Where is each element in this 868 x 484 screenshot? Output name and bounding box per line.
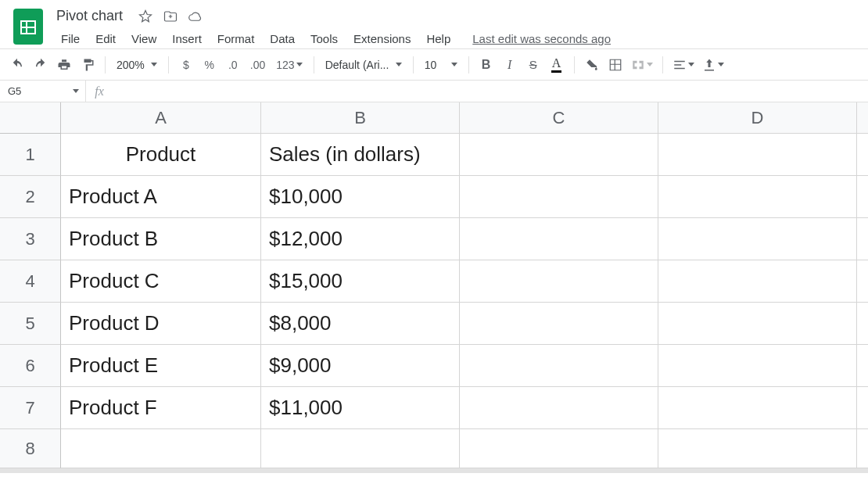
cell-A3[interactable]: Product B <box>61 218 261 260</box>
col-header-B[interactable]: B <box>261 102 460 134</box>
merge-cells-button[interactable] <box>628 54 656 76</box>
cell-D5[interactable] <box>658 303 857 345</box>
cell-C6[interactable] <box>460 345 658 387</box>
cell-E7[interactable] <box>857 387 868 429</box>
cell-A5[interactable]: Product D <box>61 303 261 345</box>
chevron-down-icon <box>718 63 724 66</box>
cell-D6[interactable] <box>658 345 857 387</box>
redo-button[interactable] <box>30 54 52 76</box>
text-color-button[interactable]: A <box>546 54 568 76</box>
select-all-corner[interactable] <box>0 102 61 134</box>
chevron-down-icon <box>296 63 303 66</box>
last-edit-link[interactable]: Last edit was seconds ago <box>472 32 611 45</box>
chevron-down-icon <box>647 63 653 66</box>
cell-B7[interactable]: $11,000 <box>261 387 460 429</box>
chevron-down-icon <box>73 89 79 93</box>
format-percent-button[interactable]: % <box>199 54 221 76</box>
formula-input[interactable] <box>113 84 868 98</box>
cell-E8[interactable] <box>857 429 868 468</box>
row-header-1[interactable]: 1 <box>0 134 61 176</box>
font-family-select[interactable]: Default (Ari... <box>321 55 407 75</box>
row-header-8[interactable]: 8 <box>0 429 61 468</box>
cell-B4[interactable]: $15,000 <box>261 260 460 303</box>
col-header-A[interactable]: A <box>61 102 261 134</box>
more-formats-button[interactable]: 123 <box>271 54 307 76</box>
cell-E3[interactable] <box>857 218 868 260</box>
cell-B2[interactable]: $10,000 <box>261 176 460 218</box>
menu-format[interactable]: Format <box>210 29 263 48</box>
col-header-C[interactable]: C <box>460 102 658 134</box>
cell-B8[interactable] <box>261 429 460 468</box>
row-header-5[interactable]: 5 <box>0 303 61 345</box>
font-size-value: 10 <box>425 59 437 71</box>
borders-button[interactable] <box>604 54 626 76</box>
undo-button[interactable] <box>6 54 28 76</box>
horizontal-align-button[interactable] <box>669 54 698 76</box>
cell-B5[interactable]: $8,000 <box>261 303 460 345</box>
sheet-bottom-edge <box>0 468 868 473</box>
menu-extensions[interactable]: Extensions <box>346 29 418 48</box>
format-currency-button[interactable]: $ <box>175 54 197 76</box>
cell-D3[interactable] <box>658 218 857 260</box>
cloud-status-icon[interactable] <box>188 9 203 23</box>
cell-D7[interactable] <box>658 387 857 429</box>
cell-B3[interactable]: $12,000 <box>261 218 460 260</box>
print-button[interactable] <box>53 54 75 76</box>
col-header-overflow <box>857 102 868 134</box>
menu-view[interactable]: View <box>124 29 164 48</box>
menu-edit[interactable]: Edit <box>88 29 124 48</box>
cell-D8[interactable] <box>658 429 857 468</box>
menu-tools[interactable]: Tools <box>303 29 346 48</box>
paint-format-button[interactable] <box>77 54 99 76</box>
italic-button[interactable]: I <box>499 54 521 76</box>
menu-file[interactable]: File <box>53 29 88 48</box>
document-title[interactable]: Pivot chart <box>53 6 126 26</box>
name-box[interactable]: G5 <box>0 81 86 102</box>
cell-E5[interactable] <box>857 303 868 345</box>
cell-A8[interactable] <box>61 429 261 468</box>
bold-button[interactable]: B <box>475 54 497 76</box>
cell-D1[interactable] <box>658 134 857 176</box>
cell-A2[interactable]: Product A <box>61 176 261 218</box>
menu-insert[interactable]: Insert <box>164 29 210 48</box>
menu-data[interactable]: Data <box>262 29 303 48</box>
row-header-2[interactable]: 2 <box>0 176 61 218</box>
move-icon[interactable] <box>163 9 178 23</box>
active-cell-ref: G5 <box>8 85 21 97</box>
decrease-decimal-button[interactable]: .0 <box>222 54 244 76</box>
zoom-select[interactable]: 200% <box>112 59 162 71</box>
cell-C4[interactable] <box>460 260 658 303</box>
cell-E6[interactable] <box>857 345 868 387</box>
star-icon[interactable] <box>138 9 152 23</box>
strikethrough-button[interactable]: S <box>522 54 544 76</box>
cell-D4[interactable] <box>658 260 857 303</box>
chevron-down-icon <box>151 63 157 66</box>
cell-A6[interactable]: Product E <box>61 345 261 387</box>
cell-C1[interactable] <box>460 134 658 176</box>
vertical-align-button[interactable] <box>699 54 727 76</box>
cell-A1[interactable]: Product <box>61 134 261 176</box>
sheets-logo[interactable] <box>8 6 48 47</box>
cell-C7[interactable] <box>460 387 658 429</box>
cell-E1[interactable] <box>857 134 868 176</box>
cell-C2[interactable] <box>460 176 658 218</box>
fill-color-button[interactable] <box>581 54 603 76</box>
cell-A7[interactable]: Product F <box>61 387 261 429</box>
row-header-7[interactable]: 7 <box>0 387 61 429</box>
col-header-D[interactable]: D <box>658 102 857 134</box>
cell-D2[interactable] <box>658 176 857 218</box>
row-header-4[interactable]: 4 <box>0 260 61 303</box>
cell-C5[interactable] <box>460 303 658 345</box>
cell-B6[interactable]: $9,000 <box>261 345 460 387</box>
cell-E2[interactable] <box>857 176 868 218</box>
font-size-select[interactable]: 10 <box>420 55 462 75</box>
row-header-6[interactable]: 6 <box>0 345 61 387</box>
row-header-3[interactable]: 3 <box>0 218 61 260</box>
cell-C3[interactable] <box>460 218 658 260</box>
cell-E4[interactable] <box>857 260 868 303</box>
cell-A4[interactable]: Product C <box>61 260 261 303</box>
cell-C8[interactable] <box>460 429 658 468</box>
increase-decimal-button[interactable]: .00 <box>246 54 270 76</box>
menu-help[interactable]: Help <box>418 29 458 48</box>
cell-B1[interactable]: Sales (in dollars) <box>261 134 460 176</box>
